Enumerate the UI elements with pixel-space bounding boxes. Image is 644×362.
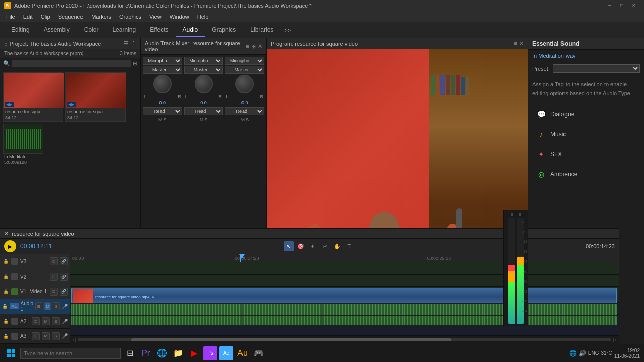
taskbar-search[interactable] bbox=[20, 348, 121, 359]
track-tool[interactable]: 🎯 bbox=[296, 241, 306, 251]
taskbar-app2-icon[interactable]: Ps bbox=[203, 346, 217, 360]
seq-close-icon[interactable]: ✕ bbox=[4, 230, 9, 237]
tab-audio[interactable]: Audio bbox=[176, 23, 205, 37]
media-item-audio[interactable]: In Meditati... 5:00:09188 bbox=[3, 124, 43, 165]
mixer-menu-icon[interactable]: ≡ bbox=[246, 43, 249, 50]
preset-select[interactable] bbox=[553, 64, 640, 73]
ripple-tool[interactable]: ✦ bbox=[308, 241, 318, 251]
a1-m-btn[interactable]: M bbox=[44, 302, 51, 310]
track-row-v3[interactable] bbox=[70, 262, 619, 275]
selection-tool[interactable]: ↖ bbox=[284, 241, 294, 251]
tray-volume[interactable]: 🔊 bbox=[579, 350, 586, 357]
track-row-a3[interactable] bbox=[70, 325, 619, 336]
taskbar-app4-icon[interactable]: Au bbox=[235, 346, 250, 360]
v2-lock-icon[interactable]: 🔒 bbox=[2, 273, 9, 280]
tab-graphics[interactable]: Graphics bbox=[205, 23, 243, 37]
channel3-knob[interactable] bbox=[235, 75, 254, 93]
taskbar-app5-icon[interactable]: 🎮 bbox=[252, 346, 266, 360]
menu-window[interactable]: Window bbox=[166, 13, 193, 21]
a2-visibility[interactable] bbox=[11, 318, 18, 325]
menu-graphics[interactable]: Graphics bbox=[115, 13, 145, 21]
channel2-master[interactable]: Master bbox=[184, 66, 223, 74]
channel1-master[interactable]: Master bbox=[143, 66, 182, 74]
sound-menu-icon[interactable]: ≡ bbox=[637, 41, 640, 47]
v1-sync[interactable]: ⊡ bbox=[50, 288, 58, 296]
tab-effects[interactable]: Effects bbox=[143, 23, 175, 37]
v2-link[interactable]: 🔗 bbox=[60, 273, 68, 281]
start-button[interactable] bbox=[4, 346, 18, 360]
a3-sync[interactable]: ⊡ bbox=[32, 332, 40, 340]
close-button[interactable]: ✕ bbox=[628, 0, 640, 11]
tab-libraries[interactable]: Libraries bbox=[243, 23, 280, 37]
v1-lock-icon[interactable]: 🔒 bbox=[2, 288, 9, 295]
sound-type-dialogue[interactable]: 💬 Dialogue bbox=[532, 106, 640, 122]
a3-visibility[interactable] bbox=[11, 333, 18, 340]
menu-file[interactable]: File bbox=[2, 13, 19, 21]
tab-editing[interactable]: Editing bbox=[4, 23, 37, 37]
tab-color[interactable]: Color bbox=[77, 23, 106, 37]
channel3-mode[interactable]: Read bbox=[225, 107, 264, 115]
search-input[interactable] bbox=[12, 60, 131, 67]
seq-play-button[interactable]: ▶ bbox=[4, 240, 16, 252]
channel3-select[interactable]: Micropho... bbox=[225, 57, 264, 65]
track-row-v1[interactable]: resource for square video.mp4 [V] bbox=[70, 287, 619, 303]
project-settings-icon[interactable]: ⋮ bbox=[131, 40, 136, 47]
v2-sync[interactable]: ⊡ bbox=[50, 273, 58, 281]
track-row-a1[interactable] bbox=[70, 303, 619, 315]
a1-sync[interactable]: ⊡ bbox=[35, 302, 42, 310]
v3-visibility[interactable] bbox=[11, 258, 18, 265]
a3-lock-icon[interactable]: 🔒 bbox=[2, 333, 9, 340]
a1-lock-icon[interactable]: 🔒 bbox=[2, 303, 8, 310]
sound-type-sfx[interactable]: ✦ SFX bbox=[532, 146, 640, 162]
monitor-menu-icon[interactable]: ≡ bbox=[514, 40, 517, 47]
project-list-icon[interactable]: ☰ bbox=[124, 40, 129, 47]
menu-markers[interactable]: Markers bbox=[87, 13, 115, 21]
a2-sync[interactable]: ⊡ bbox=[32, 317, 40, 325]
menu-clip[interactable]: Clip bbox=[37, 13, 54, 21]
monitor-close-icon[interactable]: ✕ bbox=[519, 40, 524, 47]
maximize-button[interactable]: □ bbox=[616, 0, 628, 11]
razor-tool[interactable]: ✂ bbox=[320, 241, 330, 251]
tab-learning[interactable]: Learning bbox=[105, 23, 143, 37]
mixer-expand-icon[interactable]: ⊞ bbox=[251, 43, 256, 50]
taskbar-explorer-icon[interactable]: 📁 bbox=[171, 346, 185, 360]
menu-edit[interactable]: Edit bbox=[19, 13, 37, 21]
a3-m-btn[interactable]: M bbox=[42, 332, 50, 340]
channel1-mode[interactable]: Read bbox=[143, 107, 182, 115]
v3-lock-icon[interactable]: 🔒 bbox=[2, 258, 9, 265]
v2-visibility[interactable] bbox=[11, 273, 18, 280]
channel1-knob[interactable] bbox=[153, 75, 172, 93]
grid-view-icon[interactable]: ⊞ bbox=[133, 60, 137, 67]
a2-lock-icon[interactable]: 🔒 bbox=[2, 318, 9, 325]
a2-m-btn[interactable]: M bbox=[42, 317, 50, 325]
channel2-knob[interactable] bbox=[195, 75, 213, 93]
seq-menu-icon[interactable]: ≡ bbox=[77, 231, 80, 237]
menu-view[interactable]: View bbox=[145, 13, 166, 21]
hand-tool[interactable]: ✋ bbox=[332, 241, 342, 251]
taskbar-premiere-icon[interactable]: Pr bbox=[139, 346, 153, 360]
a3-s-btn[interactable]: S bbox=[52, 332, 60, 340]
channel2-mode[interactable]: Read bbox=[184, 107, 223, 115]
sound-type-ambience[interactable]: ◎ Ambience bbox=[532, 166, 640, 183]
a2-s-btn[interactable]: S bbox=[52, 317, 60, 325]
channel2-select[interactable]: Micropho... bbox=[184, 57, 223, 65]
taskbar-task-view[interactable]: ⊟ bbox=[123, 346, 137, 360]
menu-help[interactable]: Help bbox=[193, 13, 213, 21]
tab-assembly[interactable]: Assembly bbox=[37, 23, 77, 37]
v1-link[interactable]: 🔗 bbox=[60, 288, 68, 296]
taskbar-youtube-icon[interactable]: ▶ bbox=[187, 346, 201, 360]
channel3-master[interactable]: Master bbox=[225, 66, 264, 74]
track-row-a2[interactable] bbox=[70, 315, 619, 325]
channel1-select[interactable]: Micropho... bbox=[143, 57, 182, 65]
mixer-close-icon[interactable]: ✕ bbox=[258, 43, 262, 50]
menu-sequence[interactable]: Sequence bbox=[54, 13, 88, 21]
a1-s-btn[interactable]: S bbox=[53, 302, 60, 310]
v1-visibility[interactable] bbox=[11, 288, 18, 295]
taskbar-chrome-icon[interactable]: 🌐 bbox=[155, 346, 169, 360]
track-row-v2[interactable] bbox=[70, 275, 619, 287]
text-tool[interactable]: T bbox=[344, 241, 354, 251]
media-item-video2[interactable]: ◀▶ resource for squa... 34:12 bbox=[65, 72, 126, 122]
media-item-video1[interactable]: ◀▶ resource for squa... 34:12 bbox=[3, 72, 63, 122]
minimize-button[interactable]: − bbox=[604, 0, 616, 11]
nav-more-button[interactable]: >> bbox=[280, 24, 295, 36]
